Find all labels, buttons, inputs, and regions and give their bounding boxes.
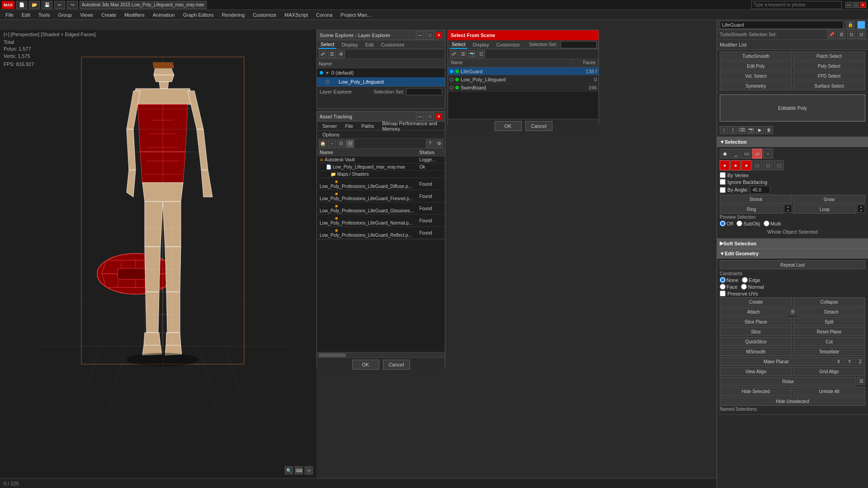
by-vertex-check[interactable] <box>720 172 726 178</box>
cancel-button[interactable]: Cancel <box>525 121 552 131</box>
off-radio[interactable] <box>720 221 726 226</box>
stack-icon-4[interactable]: 📷 <box>747 126 755 134</box>
asset-list-btn[interactable]: ☷ <box>346 140 354 148</box>
asset-menu-server[interactable]: Server <box>319 122 340 130</box>
ring-spinner[interactable]: ▲ ▼ <box>784 205 792 213</box>
scene-object-lifeguard[interactable]: LifeGuard 138 f <box>448 67 599 75</box>
redo-btn[interactable]: ↪ <box>67 1 78 9</box>
file-name-btn[interactable]: Autodesk 3ds Max 2015 Low_Poly_Lifeguard… <box>80 1 207 9</box>
icon-right-1[interactable]: ☷ <box>847 31 855 39</box>
repeat-last-btn[interactable]: Repeat Last <box>720 260 865 269</box>
save-btn[interactable]: 💾 <box>42 1 52 9</box>
none-radio[interactable] <box>720 277 726 283</box>
normal-radio[interactable] <box>741 284 747 290</box>
tab-customize[interactable]: Customize <box>379 41 406 48</box>
stack-icon-2[interactable]: | <box>729 126 737 134</box>
unhide-all-btn[interactable]: Unhide All <box>793 387 865 396</box>
dot-icon-1[interactable]: ● <box>720 160 730 170</box>
tree-expand-arrow[interactable]: ▼ <box>325 70 330 75</box>
scene-explorer-max-btn[interactable]: □ <box>426 31 434 39</box>
select-scene-list-btn[interactable]: ☷ <box>477 50 485 58</box>
select-scene-filter-btn[interactable]: ☍ <box>450 50 458 58</box>
zoom-btn[interactable]: 🔍 <box>285 466 293 474</box>
menu-edit[interactable]: Edit <box>18 11 34 19</box>
view-align-btn[interactable]: View Align <box>720 367 792 376</box>
minimize-btn[interactable]: — <box>845 2 852 8</box>
asset-row-map-2[interactable]: ■ Low_Poly_Professions_LifeGuard_Fresnel… <box>317 190 445 202</box>
dot-icon-2[interactable]: ● <box>731 160 741 170</box>
ok-button[interactable]: OK <box>495 121 522 131</box>
select-scene-tab-select[interactable]: Select <box>450 41 467 49</box>
menu-file[interactable]: File <box>2 11 17 19</box>
attach-btn[interactable]: Attach <box>720 307 788 316</box>
shrink-btn[interactable]: Shrink <box>720 195 792 204</box>
menu-corona[interactable]: Corona <box>312 11 336 19</box>
hide-selected-btn[interactable]: Hide Selected <box>720 387 792 396</box>
object-name-input[interactable] <box>720 21 844 29</box>
slice-btn[interactable]: Slice <box>720 327 792 336</box>
asset-row-map-4[interactable]: ■ Low_Poly_Professions_LifeGuard_Normal.… <box>317 215 445 227</box>
loop-down[interactable]: ▼ <box>858 209 865 212</box>
scene-explorer-close-btn[interactable]: ✕ <box>436 32 442 38</box>
hide-unselected-btn[interactable]: Hide Unselected <box>720 397 865 406</box>
new-btn[interactable]: 📄 <box>16 1 27 9</box>
angle-input[interactable] <box>750 186 770 194</box>
viewport[interactable]: [+] [Perspective] [Shaded + Edged Faces]… <box>0 30 316 478</box>
polygon-icon[interactable]: ▱ <box>752 149 762 159</box>
vol-select-btn[interactable]: Vol. Select <box>720 71 792 80</box>
z-btn[interactable]: Z <box>855 357 865 366</box>
subobjc-radio[interactable] <box>736 221 742 226</box>
asset-thumb-btn[interactable]: ☷ <box>337 140 345 148</box>
collapse-btn[interactable]: Collapse <box>793 297 865 306</box>
menu-customize[interactable]: Customize <box>249 11 280 19</box>
maximize-btn[interactable]: □ <box>853 2 859 8</box>
make-planar-btn[interactable]: Make Planar <box>720 357 833 366</box>
menu-animation[interactable]: Animation <box>149 11 179 19</box>
ring-up[interactable]: ▲ <box>784 205 792 209</box>
icon-right-2[interactable]: ☷ <box>857 31 865 39</box>
asset-row-folder[interactable]: 📁 Maps / Shaders <box>317 171 445 178</box>
dot-icon-3[interactable]: ● <box>741 160 751 170</box>
scene-object-lifeguard-low[interactable]: Low_Poly_Lifeguard 0 <box>448 75 599 84</box>
menu-maxscript[interactable]: MAXScript <box>281 11 311 19</box>
stack-icon-3[interactable]: ⌫ <box>738 126 746 134</box>
dot-icon-6[interactable]: □ <box>774 160 784 170</box>
ring-btn[interactable]: Ring <box>720 205 783 214</box>
selection-set-right-input[interactable] <box>561 41 597 48</box>
element-icon[interactable]: ▫ <box>763 149 773 159</box>
menu-tools[interactable]: Tools <box>35 11 54 19</box>
fpd-select-btn[interactable]: FPD Select <box>793 71 865 80</box>
reset-plane-btn[interactable]: Reset Plane <box>793 327 865 336</box>
asset-close-btn[interactable]: ✕ <box>436 113 442 120</box>
loop-up[interactable]: ▲ <box>858 205 865 209</box>
open-btn[interactable]: 📂 <box>29 1 40 9</box>
poly-select-btn[interactable]: Poly Select <box>793 61 865 70</box>
detach-btn[interactable]: Detach <box>797 307 865 316</box>
asset-menu-file[interactable]: File <box>341 122 357 130</box>
stack-icon-6[interactable]: 🗑 <box>765 126 773 134</box>
asset-scrollbar-thumb[interactable] <box>319 353 346 357</box>
edit-geometry-header[interactable]: ▼ Edit Geometry <box>717 249 868 258</box>
loop-btn[interactable]: Loop <box>793 205 856 214</box>
asset-help-btn[interactable]: ? <box>426 140 434 148</box>
patch-select-btn[interactable]: Patch Select <box>793 52 865 61</box>
close-btn[interactable]: ✕ <box>860 2 866 8</box>
quickslice-btn[interactable]: QuickSlice <box>720 337 792 346</box>
selection-section-header[interactable]: ▼ Selection <box>717 137 868 147</box>
grow-btn[interactable]: Grow <box>793 195 865 204</box>
asset-vault-btn[interactable]: 🏠 <box>319 140 327 148</box>
ignore-backfacing-check[interactable] <box>720 179 726 185</box>
ring-down[interactable]: ▼ <box>784 209 792 212</box>
asset-settings-btn[interactable]: ⚙ <box>435 140 443 148</box>
slice-plane-btn[interactable]: Slice Plane <box>720 317 792 326</box>
menu-group[interactable]: Group <box>54 11 75 19</box>
orbit-btn[interactable]: ♾ <box>305 466 313 474</box>
options-btn[interactable]: ⚙ <box>337 50 345 58</box>
relax-btn[interactable]: Relax <box>720 377 856 386</box>
scene-object-swimboard[interactable]: SwimBoard 196 <box>448 84 599 92</box>
filter-btn[interactable]: ☍ <box>319 50 327 58</box>
preserve-uvs-check[interactable] <box>720 291 726 296</box>
multi-radio[interactable] <box>764 221 769 226</box>
list-btn-right[interactable]: ☰ <box>837 31 845 39</box>
vertex-icon[interactable]: ◆ <box>720 149 730 159</box>
